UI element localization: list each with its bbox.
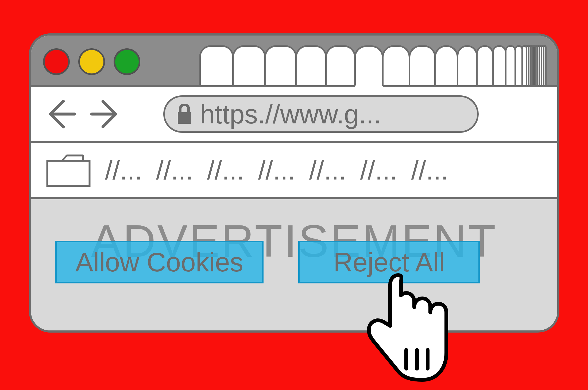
browser-tab[interactable]	[492, 45, 506, 85]
svg-rect-2	[178, 112, 191, 124]
back-button[interactable]	[46, 98, 78, 130]
bookmark-item[interactable]: //...	[105, 155, 142, 186]
browser-tab[interactable]	[232, 45, 266, 85]
browser-tab[interactable]	[354, 45, 384, 87]
browser-tab[interactable]	[543, 45, 547, 85]
bookmark-item[interactable]: //...	[360, 155, 397, 186]
bookmark-item[interactable]: //...	[258, 155, 295, 186]
page-content: ADVERTISEMENT Allow Cookies Reject All	[31, 199, 557, 330]
browser-tab[interactable]	[264, 45, 297, 85]
folder-icon[interactable]	[46, 153, 91, 188]
bookmark-item[interactable]: //...	[309, 155, 346, 186]
svg-rect-3	[47, 161, 90, 186]
tab-strip	[199, 45, 547, 85]
bookmarks-bar: //...//...//...//...//...//...//...	[31, 143, 557, 199]
url-text: https.//www.g...	[200, 99, 381, 130]
bookmark-item[interactable]: //...	[411, 155, 448, 186]
browser-tab[interactable]	[382, 45, 410, 85]
allow-cookies-button[interactable]: Allow Cookies	[55, 241, 264, 283]
minimize-window-button[interactable]	[78, 48, 105, 75]
zoom-window-button[interactable]	[114, 48, 140, 75]
browser-tab[interactable]	[409, 45, 436, 85]
browser-tab[interactable]	[457, 45, 478, 85]
forward-button[interactable]	[88, 98, 121, 130]
titlebar	[31, 36, 557, 87]
traffic-lights	[43, 48, 140, 75]
allow-cookies-label: Allow Cookies	[75, 247, 243, 278]
pointer-cursor-icon	[363, 270, 449, 383]
browser-tab[interactable]	[325, 45, 356, 85]
browser-window: https.//www.g... //...//...//...//...//.…	[29, 33, 559, 333]
browser-tab[interactable]	[476, 45, 494, 85]
address-bar: https.//www.g...	[31, 87, 557, 143]
bookmark-item[interactable]: //...	[207, 155, 244, 186]
lock-icon	[177, 104, 192, 124]
close-window-button[interactable]	[43, 48, 70, 75]
browser-tab[interactable]	[295, 45, 327, 85]
browser-tab[interactable]	[199, 45, 234, 85]
url-field[interactable]: https.//www.g...	[163, 95, 479, 133]
browser-tab[interactable]	[434, 45, 458, 85]
bookmark-item[interactable]: //...	[156, 155, 193, 186]
